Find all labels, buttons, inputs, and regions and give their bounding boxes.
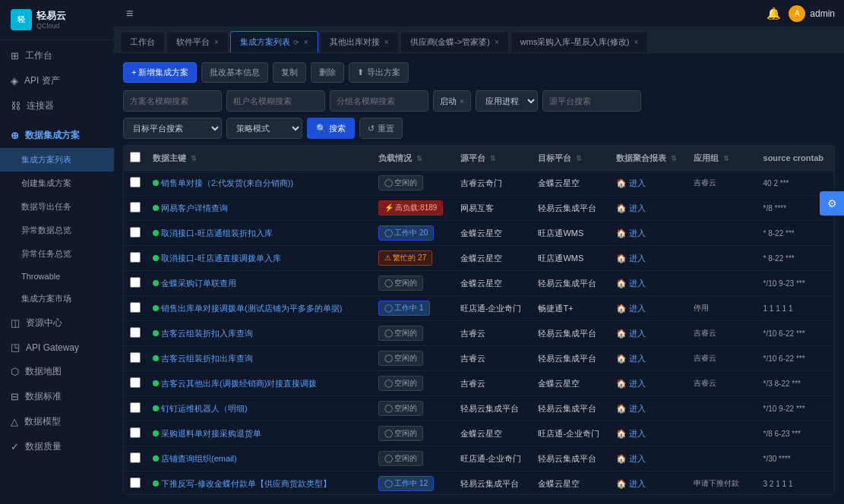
filter-source-platform-input[interactable] [542,90,641,112]
sidebar-item-integration-list[interactable]: 集成方案列表 [0,148,114,172]
row-checkbox[interactable] [130,352,141,363]
row-name-link[interactable]: 店铺查询组织(email) [161,454,237,463]
select-all-checkbox[interactable] [130,152,141,162]
sidebar-item-data-standard[interactable]: ⊟ 数据标准 [0,384,114,409]
filter-strategy-select[interactable]: 策略模式 [226,118,302,139]
report-link[interactable]: 进入 [629,429,646,438]
th-app[interactable]: 应用组 ⇅ [688,146,757,171]
tab-supplier-close[interactable]: × [495,38,499,46]
row-checkbox[interactable] [130,277,141,288]
tab-software[interactable]: 软件平台 × [166,31,229,52]
sidebar-item-resource-center[interactable]: ◫ 资源中心 [0,310,114,335]
tab-integration-list[interactable]: 集成方案列表 ⟳ × [230,31,318,52]
user-menu[interactable]: A admin [789,5,835,22]
search-button[interactable]: 🔍 搜索 [307,118,355,139]
tab-other-close[interactable]: × [384,38,389,46]
tab-other-outbound[interactable]: 其他出库对接 × [320,31,399,52]
report-link[interactable]: 进入 [629,279,646,288]
tab-integration-close[interactable]: × [304,38,308,46]
report-link[interactable]: 进入 [629,228,646,238]
th-name[interactable]: 数据主键 ⇅ [147,146,372,171]
row-checkbox[interactable] [130,227,141,238]
sidebar-item-workbench[interactable]: ⊞ 工作台 [0,43,114,68]
filter-target-platform-select[interactable]: 目标平台搜索 [123,118,222,139]
row-checkbox[interactable] [130,402,141,413]
load-badge: ◯ 工作中 1 [378,301,430,316]
sidebar-item-data-quality[interactable]: ✓ 数据质量 [0,434,114,459]
delete-button[interactable]: 删除 [311,62,344,83]
row-checkbox[interactable] [130,452,141,463]
tab-supplier[interactable]: 供应商(金蝶->管家婆) × [400,31,509,52]
report-link[interactable]: 进入 [629,329,646,338]
report-link[interactable]: 进入 [629,479,646,488]
report-link[interactable]: 进入 [629,178,646,187]
tab-software-close[interactable]: × [214,38,219,46]
th-load[interactable]: 负载情况 ⇅ [372,146,454,171]
copy-button[interactable]: 复制 [273,62,306,83]
report-link[interactable]: 进入 [629,404,646,413]
sidebar-item-create-integration[interactable]: 创建集成方案 [0,172,114,195]
row-checkbox[interactable] [130,302,141,313]
row-name-link[interactable]: 吉客云其他出库(调拨经销商)对接直接调拨 [161,379,317,388]
row-name-link[interactable]: 销售出库单对接调拨单(测试店铺为平多多的单据) [161,304,342,313]
sidebar-item-api-gateway[interactable]: ◳ API Gateway [0,335,114,359]
filter-tenant-input[interactable] [226,90,325,112]
filter-app-progress-select[interactable]: 应用进程 [476,90,538,112]
row-checkbox[interactable] [130,377,141,388]
row-checkbox[interactable] [130,477,141,488]
sidebar-item-data-map[interactable]: ⬡ 数据地图 [0,359,114,384]
notification-bell-icon[interactable]: 🔔 [767,7,781,20]
sidebar-item-integration-market[interactable]: 集成方案市场 [0,287,114,310]
sidebar-item-data-export-task[interactable]: 数据导出任务 [0,195,114,219]
sidebar-item-data-integration[interactable]: ⊕ 数据集成方案 [0,123,114,148]
report-link[interactable]: 进入 [629,304,646,313]
row-name-link[interactable]: 金蝶采购订单联查用 [161,279,236,288]
row-name-link[interactable]: 采购退料单对接采购退货单 [161,429,261,438]
row-name-link[interactable]: 销售单对接（2:代发货(来自分销商)) [161,178,293,187]
tab-integration-refresh-icon[interactable]: ⟳ [293,39,299,46]
tab-wms[interactable]: wms采购入库-星辰入库(修改) × [511,31,648,52]
menu-toggle-icon[interactable]: ≡ [123,4,136,24]
row-name-link[interactable]: 取消接口-旺店通直接调拨单入库 [161,254,281,263]
tab-workbench[interactable]: 工作台 [120,31,165,52]
add-integration-label: + 新增集成方案 [131,67,188,78]
data-model-icon: △ [11,416,18,427]
edit-info-button[interactable]: 批改基本信息 [201,62,268,83]
sidebar-item-data-model[interactable]: △ 数据模型 [0,409,114,434]
export-button[interactable]: ⬆ 导出方案 [349,62,409,83]
sidebar-item-abnormal-data[interactable]: 异常数据总览 [0,219,114,242]
th-source[interactable]: 源平台 ⇅ [454,146,533,171]
row-name-link[interactable]: 网易客户详情查询 [161,203,228,213]
row-name-link[interactable]: 取消接口-旺店通组装折扣入库 [161,228,273,238]
row-checkbox[interactable] [130,427,141,438]
row-name-link[interactable]: 吉客云组装折扣出库查询 [161,354,253,363]
tab-wms-close[interactable]: × [634,38,638,46]
sidebar-item-abnormal-task[interactable]: 异常任务总览 [0,242,114,266]
report-link[interactable]: 进入 [629,354,646,363]
settings-fab[interactable]: ⚙ [820,191,844,216]
report-link[interactable]: 进入 [629,203,646,213]
row-checkbox[interactable] [130,252,141,263]
sidebar-item-api-assets[interactable]: ◈ API 资产 [0,68,114,93]
th-target[interactable]: 目标平台 ⇅ [532,146,610,171]
add-integration-button[interactable]: + 新增集成方案 [123,62,197,83]
row-name-link[interactable]: 吉客云组装折扣入库查询 [161,329,253,338]
row-name-link[interactable]: 钉钉运维机器人（明细) [161,404,248,413]
th-report[interactable]: 数据聚合报表 ⇅ [610,146,688,171]
reset-button[interactable]: ↺ 重置 [359,118,403,139]
th-crontab[interactable]: source crontab [757,146,834,171]
row-load: ◯ 工作中 12 [372,471,454,496]
sidebar-item-connector[interactable]: ⛓ 连接器 [0,93,114,118]
filter-status-clear-icon[interactable]: × [460,97,464,106]
row-checkbox[interactable] [130,327,141,338]
row-checkbox[interactable] [130,202,141,213]
row-checkbox[interactable] [130,177,141,187]
report-link[interactable]: 进入 [629,254,646,263]
report-link[interactable]: 进入 [629,454,646,463]
report-link[interactable]: 进入 [629,379,646,388]
sidebar-item-throwable[interactable]: Throwable [0,266,114,287]
row-name-link[interactable]: 下推反写-修改金蝶付款单【供应商货款类型】 [161,479,331,488]
filter-status-tag[interactable]: 启动 × [433,90,471,112]
filter-group-input[interactable] [330,90,428,112]
filter-name-input[interactable] [123,90,222,112]
